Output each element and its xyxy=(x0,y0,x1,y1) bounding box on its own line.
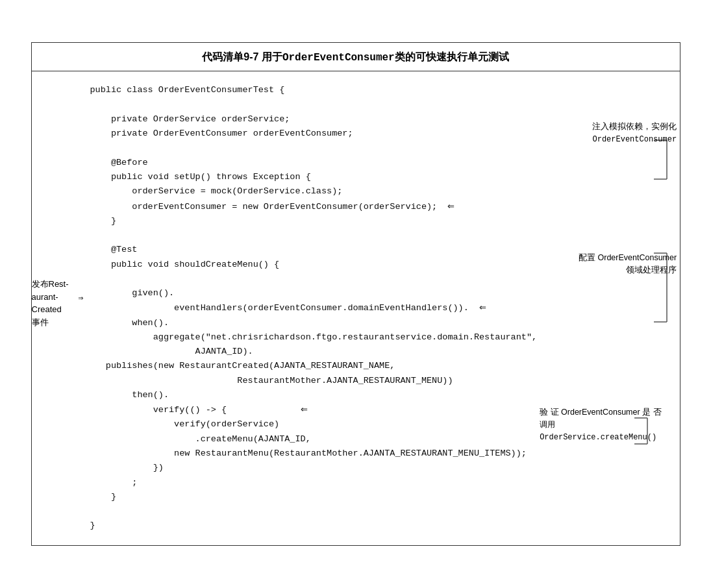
code-line-18: aggregate("net.chrisrichardson.ftgo.rest… xyxy=(90,330,538,345)
code-line-29: } xyxy=(90,490,538,504)
code-line-24: verify(orderService) xyxy=(90,417,538,432)
code-line-19: AJANTA_ID). xyxy=(90,345,538,359)
page-container: 代码清单9-7 用于OrderEventConsumer类的可快速执行单元测试 … xyxy=(0,0,711,588)
code-line-7: public void setUp() throws Exception { xyxy=(90,170,538,184)
code-line-9: orderEventConsumer = new OrderEventConsu… xyxy=(90,199,538,214)
annotation-2: 配置 OrderEventConsumer 领域处理程序 xyxy=(563,252,677,275)
title-prefix: 代码清单9-7 用于 xyxy=(202,51,282,62)
listing-title: 代码清单9-7 用于OrderEventConsumer类的可快速执行单元测试 xyxy=(32,43,680,71)
annotation-brackets-svg xyxy=(537,83,686,588)
code-line-1: public class OrderEventConsumerTest { xyxy=(90,83,538,97)
code-line-4: private OrderEventConsumer orderEventCon… xyxy=(90,127,538,141)
code-block: public class OrderEventConsumerTest { pr… xyxy=(84,83,538,533)
code-line-17: when(). xyxy=(90,316,538,330)
code-line-13: public void shouldCreateMenu() { xyxy=(90,258,538,272)
code-line-21: RestaurantMother.AJANTA_RESTAURANT_MENU)… xyxy=(90,374,538,388)
code-line-11 xyxy=(90,228,538,243)
code-line-16: eventHandlers(orderEventConsumer.domainE… xyxy=(90,300,538,315)
code-area: 发布Rest- aurant- Created 事件 ⇒ public clas… xyxy=(32,71,680,545)
title-classname: OrderEventConsumer xyxy=(282,52,395,64)
annotation-1: 注入模拟依赖，实例化 OrderEventConsumer xyxy=(563,121,677,145)
code-line-14 xyxy=(90,272,538,286)
code-line-5 xyxy=(90,141,538,155)
code-line-31: } xyxy=(90,519,538,533)
code-line-20: publishes(new RestaurantCreated(AJANTA_R… xyxy=(90,359,538,373)
code-listing-box: 代码清单9-7 用于OrderEventConsumer类的可快速执行单元测试 … xyxy=(31,42,680,545)
left-annotation-area: 发布Rest- aurant- Created 事件 ⇒ xyxy=(32,83,84,533)
code-line-28: ; xyxy=(90,476,538,490)
code-line-26: new RestaurantMenu(RestaurantMother.AJAN… xyxy=(90,447,538,461)
code-line-30 xyxy=(90,504,538,519)
right-annotations: 注入模拟依赖，实例化 OrderEventConsumer 配置 OrderEv… xyxy=(537,83,686,533)
code-line-27: }) xyxy=(90,461,538,475)
code-line-2 xyxy=(90,98,538,112)
code-line-22: then(). xyxy=(90,388,538,402)
annotation-3: 验 证 OrderEventConsumer 是 否 调用 OrderServi… xyxy=(540,406,676,443)
code-line-6: @Before xyxy=(90,156,538,170)
code-line-15: given(). xyxy=(90,286,538,300)
title-suffix: 类的可快速执行单元测试 xyxy=(395,51,509,62)
left-annotation-text: 发布Rest- aurant- Created 事件 xyxy=(32,278,81,328)
code-line-8: orderService = mock(OrderService.class); xyxy=(90,184,538,199)
code-line-23: verify(() -> { ⇐ xyxy=(90,402,538,417)
code-line-25: .createMenu(AJANTA_ID, xyxy=(90,432,538,447)
left-arrow: ⇒ xyxy=(79,293,84,303)
code-line-12: @Test xyxy=(90,243,538,257)
code-line-10: } xyxy=(90,214,538,228)
code-line-3: private OrderService orderService; xyxy=(90,112,538,127)
